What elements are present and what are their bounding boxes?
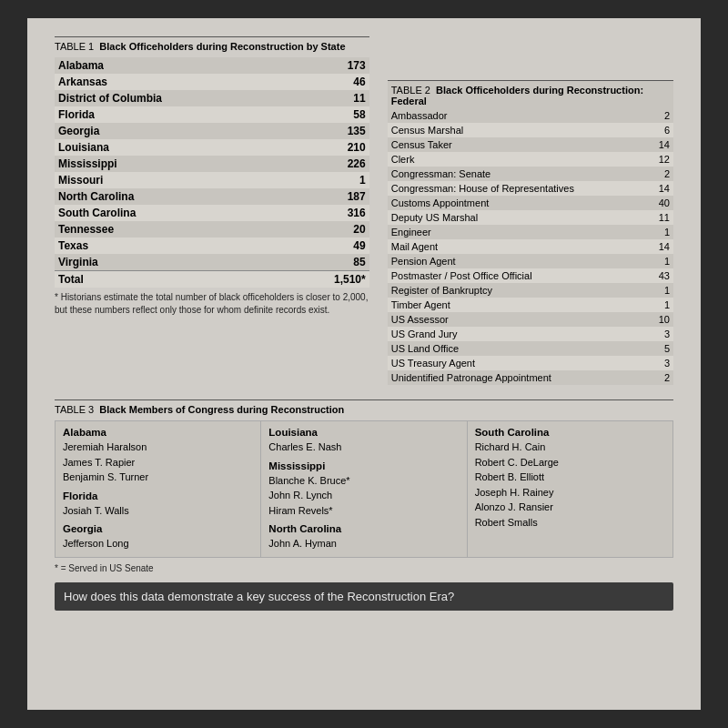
table3-state-name: Georgia bbox=[63, 523, 253, 534]
table1-state: South Carolina bbox=[55, 205, 259, 221]
table2-role: Customs Appointment bbox=[388, 196, 611, 210]
table2-count: 1 bbox=[611, 225, 673, 239]
table1-prefix: TABLE 1 bbox=[55, 41, 94, 52]
table2-count: 10 bbox=[611, 312, 673, 327]
question-text: How does this data demonstrate a key suc… bbox=[64, 590, 454, 603]
table1: Alabama173Arkansas46District of Columbia… bbox=[55, 57, 369, 288]
table2-role: US Land Office bbox=[388, 341, 611, 356]
table3-column: AlabamaJeremiah HaralsonJames T. RapierB… bbox=[56, 421, 261, 557]
table2-title-box: TABLE 2 Black Officeholders during Recon… bbox=[388, 80, 673, 108]
table1-state: Missouri bbox=[55, 172, 259, 188]
table1-count: 210 bbox=[259, 139, 369, 156]
table3-person: Jefferson Long bbox=[63, 536, 253, 551]
table1-state: Georgia bbox=[55, 123, 259, 139]
table2-count: 43 bbox=[611, 268, 673, 283]
table1-count: 1 bbox=[259, 172, 369, 188]
table1-state: Mississippi bbox=[55, 156, 259, 172]
table1-count: 316 bbox=[259, 205, 369, 221]
table2-count: 14 bbox=[611, 181, 673, 196]
table2-count: 2 bbox=[611, 167, 673, 181]
table2-count: 12 bbox=[611, 152, 673, 167]
table1-state: Florida bbox=[55, 106, 259, 123]
table3-person: Hiram Revels* bbox=[268, 503, 459, 519]
table3-state-group: North CarolinaJohn A. Hyman bbox=[268, 523, 459, 551]
table1-state: North Carolina bbox=[55, 188, 259, 205]
table3-title: TABLE 3 Black Members of Congress during… bbox=[55, 399, 673, 415]
table1-count: 1,510* bbox=[259, 271, 369, 288]
table1-state: Arkansas bbox=[55, 74, 259, 90]
table2-role: US Grand Jury bbox=[388, 327, 611, 341]
table2-role: Postmaster / Post Office Official bbox=[388, 268, 611, 283]
table3-main-title: Black Members of Congress during Reconst… bbox=[99, 404, 344, 415]
senate-note: * = Served in US Senate bbox=[55, 563, 673, 573]
table2-role: Census Marshal bbox=[388, 123, 611, 137]
table1-count: 46 bbox=[259, 74, 369, 90]
table2-count: 14 bbox=[611, 239, 673, 254]
table1-state: Tennessee bbox=[55, 221, 259, 238]
table3-person: John R. Lynch bbox=[268, 488, 459, 503]
table2-role: Pension Agent bbox=[388, 254, 611, 268]
table2-title: TABLE 2 Black Officeholders during Recon… bbox=[391, 85, 670, 106]
table3-person: Robert B. Elliott bbox=[475, 470, 665, 485]
table3-state-group: LouisianaCharles E. Nash bbox=[268, 427, 459, 455]
table3-state-name: Florida bbox=[63, 490, 253, 501]
table2-container: TABLE 2 Black Officeholders during Recon… bbox=[388, 80, 673, 385]
table2-role: Timber Agent bbox=[388, 298, 611, 312]
table2-role: Ambassador bbox=[388, 108, 611, 123]
table2-count: 1 bbox=[611, 298, 673, 312]
table3-grid: AlabamaJeremiah HaralsonJames T. RapierB… bbox=[55, 420, 673, 558]
table2-role: Deputy US Marshal bbox=[388, 210, 611, 225]
table2-count: 3 bbox=[611, 356, 673, 370]
table3-prefix: TABLE 3 bbox=[55, 404, 94, 415]
table1-title: TABLE 1 Black Officeholders during Recon… bbox=[55, 36, 369, 52]
table3-person: Josiah T. Walls bbox=[63, 503, 253, 519]
table3-person: Robert C. DeLarge bbox=[475, 455, 665, 470]
top-section: TABLE 1 Black Officeholders during Recon… bbox=[55, 36, 673, 385]
table3-state-name: Louisiana bbox=[268, 427, 459, 438]
table2-role: Census Taker bbox=[388, 137, 611, 152]
table2-role: US Treasury Agent bbox=[388, 356, 611, 370]
table1-count: 58 bbox=[259, 106, 369, 123]
table3-person: Charles E. Nash bbox=[268, 440, 459, 455]
page: TABLE 1 Black Officeholders during Recon… bbox=[27, 18, 701, 710]
table1-container: TABLE 1 Black Officeholders during Recon… bbox=[55, 36, 369, 385]
table3-column: LouisianaCharles E. NashMississippiBlanc… bbox=[261, 421, 467, 557]
table1-state: Virginia bbox=[55, 254, 259, 271]
table3-person: Joseph H. Rainey bbox=[475, 485, 665, 500]
table3-person: Blanche K. Bruce* bbox=[268, 473, 459, 489]
table1-count: 226 bbox=[259, 156, 369, 172]
table3-person: Alonzo J. Ransier bbox=[475, 500, 665, 515]
table3-column: South CarolinaRichard H. CainRobert C. D… bbox=[468, 421, 672, 557]
table3-section: TABLE 3 Black Members of Congress during… bbox=[55, 399, 673, 573]
table2-role: Congressman: Senate bbox=[388, 167, 611, 181]
table2-count: 2 bbox=[611, 370, 673, 385]
table3-state-group: AlabamaJeremiah HaralsonJames T. RapierB… bbox=[63, 427, 253, 485]
table2: Ambassador2Census Marshal6Census Taker14… bbox=[388, 108, 673, 385]
table3-state-group: GeorgiaJefferson Long bbox=[63, 523, 253, 551]
table2-role: Congressman: House of Representatives bbox=[388, 181, 611, 196]
table1-state: Texas bbox=[55, 238, 259, 254]
table2-count: 40 bbox=[611, 196, 673, 210]
table2-role: Unidentified Patronage Appointment bbox=[388, 370, 611, 385]
table2-count: 6 bbox=[611, 123, 673, 137]
table3-state-group: South CarolinaRichard H. CainRobert C. D… bbox=[475, 427, 665, 530]
table2-role: Engineer bbox=[388, 225, 611, 239]
table2-count: 5 bbox=[611, 341, 673, 356]
table1-state: Alabama bbox=[55, 57, 259, 74]
table2-count: 2 bbox=[611, 108, 673, 123]
table3-state-name: Alabama bbox=[63, 427, 253, 438]
table2-prefix: TABLE 2 bbox=[391, 85, 430, 96]
table2-role: Register of Bankruptcy bbox=[388, 283, 611, 298]
table1-count: 85 bbox=[259, 254, 369, 271]
table2-count: 1 bbox=[611, 283, 673, 298]
table3-state-group: MississippiBlanche K. Bruce*John R. Lync… bbox=[268, 460, 459, 519]
table3-state-name: South Carolina bbox=[475, 427, 665, 438]
table3-state-group: FloridaJosiah T. Walls bbox=[63, 490, 253, 519]
table3-person: James T. Rapier bbox=[63, 455, 253, 470]
table2-count: 14 bbox=[611, 137, 673, 152]
table2-count: 11 bbox=[611, 210, 673, 225]
table3-person: Jeremiah Haralson bbox=[63, 440, 253, 455]
table3-state-name: Mississippi bbox=[268, 460, 459, 471]
table3-person: Benjamin S. Turner bbox=[63, 470, 253, 485]
table1-count: 11 bbox=[259, 90, 369, 106]
